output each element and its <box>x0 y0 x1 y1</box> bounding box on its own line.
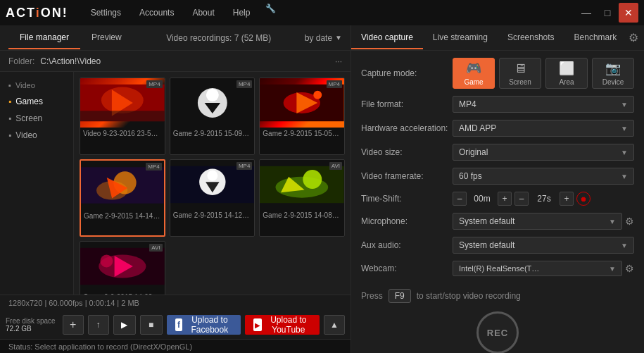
file-format-arrow-icon: ▼ <box>615 101 628 109</box>
video-thumb-4[interactable]: MP4 Game 2-9-2015 14-14-47.mp4 <box>80 159 165 237</box>
video-thumb-7[interactable]: AVI Game 2-9-2015 14-02-22.avi <box>80 241 165 295</box>
scroll-up-button[interactable]: ▲ <box>324 315 345 335</box>
timeshift-plus-1[interactable]: + <box>498 192 512 206</box>
capture-screen-button[interactable]: 🖥 Screen <box>499 58 541 89</box>
microphone-dropdown[interactable]: System default ▼ <box>453 213 622 230</box>
video-thumb-3[interactable]: MP4 Game 2-9-2015 15-05-50.mp4 <box>259 78 345 155</box>
capture-device-button[interactable]: 📷 Device <box>592 58 634 89</box>
framerate-label: Video framerate: <box>361 171 453 181</box>
capture-mode-buttons: 🎮 Game 🖥 Screen ⬜ Area 📷 Device <box>453 58 634 89</box>
stop-button[interactable]: ■ <box>140 315 163 335</box>
video-thumb-2[interactable]: MP4 Game 2-9-2015 15-09-02.mp4 <box>170 78 255 155</box>
nav-about[interactable]: About <box>184 4 222 22</box>
microphone-controls: System default ▼ ⚙ <box>453 213 634 230</box>
window-controls: — □ ✕ <box>576 3 638 23</box>
aux-dropdown[interactable]: System default ▼ <box>453 237 634 254</box>
sidebar-item-games[interactable]: ▪ Games <box>0 93 73 110</box>
nav-settings[interactable]: Settings <box>82 4 130 22</box>
youtube-icon: ▶ <box>253 318 261 331</box>
video-thumb-5[interactable]: MP4 Game 2-9-2015 14-12-33.mp4 <box>170 159 255 237</box>
video-size-dropdown[interactable]: Original ▼ <box>453 144 634 161</box>
file-format-row: File format: MP4 ▼ <box>361 96 634 113</box>
upload-youtube-button[interactable]: ▶ Upload to YouTube <box>245 315 320 335</box>
microphone-settings-icon[interactable]: ⚙ <box>625 216 634 227</box>
upload-facebook-button[interactable]: f Upload to Facebook <box>167 315 241 335</box>
capture-game-button[interactable]: 🎮 Game <box>453 58 495 89</box>
timeshift-plus-2[interactable]: + <box>560 192 574 206</box>
capture-game-label: Game <box>464 78 483 86</box>
tab-live-streaming[interactable]: Live streaming <box>423 27 498 49</box>
aux-controls: System default ▼ <box>453 237 634 254</box>
aux-audio-row: Aux audio: System default ▼ <box>361 237 634 254</box>
webcam-arrow-icon: ▼ <box>603 265 616 273</box>
panel-settings-icon[interactable]: ⚙ <box>629 31 638 44</box>
wrench-icon[interactable]: 🔧 <box>265 4 276 22</box>
hw-accel-dropdown[interactable]: AMD APP ▼ <box>453 120 634 137</box>
right-panel: Video capture Live streaming Screenshots… <box>351 25 644 353</box>
maximize-button[interactable]: □ <box>598 3 617 23</box>
timeshift-label: Time-Shift: <box>361 194 453 204</box>
upload-folder-button[interactable]: ↑ <box>88 315 109 335</box>
video-badge-6: AVI <box>329 162 342 170</box>
tab-preview[interactable]: Preview <box>80 27 133 49</box>
tab-benchmark[interactable]: Benchmark <box>564 27 627 49</box>
play-button[interactable]: ▶ <box>113 315 136 335</box>
capture-device-label: Device <box>602 78 624 86</box>
video-badge-3: MP4 <box>327 80 342 88</box>
microphone-arrow-icon: ▼ <box>603 218 616 225</box>
nav-help[interactable]: Help <box>225 4 259 22</box>
nav-accounts[interactable]: Accounts <box>131 4 182 22</box>
area-capture-icon: ⬜ <box>559 61 574 76</box>
timeshift-minus-2[interactable]: – <box>514 192 529 206</box>
framerate-row: Video framerate: 60 fps ▼ <box>361 168 634 185</box>
press-label: Press <box>361 291 383 301</box>
minimize-button[interactable]: — <box>576 3 596 23</box>
hw-accel-row: Hardware acceleration: AMD APP ▼ <box>361 120 634 137</box>
sidebar-item-video[interactable]: ▪ Video <box>0 127 73 144</box>
video-thumb-1[interactable]: MP4 Video 9-23-2016 23-54-56.mp4 <box>80 78 165 155</box>
tab-video-capture[interactable]: Video capture <box>351 27 423 49</box>
framerate-arrow-icon: ▼ <box>615 173 628 180</box>
rec-button[interactable]: REC <box>476 311 519 353</box>
close-button[interactable]: ✕ <box>619 3 638 23</box>
file-format-dropdown[interactable]: MP4 ▼ <box>453 96 634 113</box>
framerate-dropdown[interactable]: 60 fps ▼ <box>453 168 634 185</box>
screen-capture-icon: 🖥 <box>514 61 526 76</box>
video-size-row: Video size: Original ▼ <box>361 144 634 161</box>
sidebar-item-screen[interactable]: ▪ Screen <box>0 110 73 127</box>
bottom-bar: 1280x720 | 60.000fps | 0:00:14 | 2 MB Fr… <box>0 295 351 339</box>
capture-screen-label: Screen <box>509 78 531 86</box>
hw-accel-value: AMD APP <box>459 123 496 133</box>
timeshift-record-button[interactable]: ⏺ <box>576 192 591 206</box>
tab-file-manager[interactable]: File manager <box>8 27 80 49</box>
video-badge-4: MP4 <box>146 163 161 171</box>
tab-screenshots[interactable]: Screenshots <box>498 27 564 49</box>
timeshift-val-2: 27s <box>531 194 557 204</box>
title-bar: ACTiON! Settings Accounts About Help 🔧 —… <box>0 0 644 25</box>
video-label-5: Game 2-9-2015 14-12-33.mp4 <box>170 209 255 221</box>
webcam-controls: Intel(R) RealSense(TM) 3D Camera Vir... … <box>453 261 634 276</box>
video-thumb-6[interactable]: AVI Game 2-9-2015 14-08-31.avi <box>259 159 345 237</box>
fb-btn-label: Upload to Facebook <box>187 315 232 335</box>
tree-folder-icon: ▪ <box>8 81 11 89</box>
disk-size: 72.2 GB <box>6 325 56 333</box>
folder-options[interactable]: ··· <box>335 56 342 66</box>
framerate-value: 60 fps <box>459 171 482 181</box>
timeshift-val-1: 00m <box>469 194 495 204</box>
video-badge-2: MP4 <box>236 80 252 88</box>
video-grid: MP4 Video 9-23-2016 23-54-56.mp4 MP4 <box>74 72 351 295</box>
video-label-7: Game 2-9-2015 14-02-22.avi <box>80 291 165 295</box>
aux-arrow-icon: ▼ <box>615 242 628 249</box>
tree-video-icon: ▪ <box>8 130 11 140</box>
video-label-3: Game 2-9-2015 15-05-50.mp4 <box>260 128 344 140</box>
sort-button[interactable]: by date ▼ <box>305 33 342 43</box>
key-badge: F9 <box>389 289 411 303</box>
status-text: Status: Select application to record (Di… <box>8 342 192 351</box>
capture-area-button[interactable]: ⬜ Area <box>545 58 588 89</box>
webcam-dropdown[interactable]: Intel(R) RealSense(TM) 3D Camera Vir... … <box>453 261 622 276</box>
webcam-settings-icon[interactable]: ⚙ <box>625 263 634 274</box>
timeshift-minus-1[interactable]: – <box>453 192 467 206</box>
add-recording-button[interactable]: + <box>63 315 84 335</box>
video-label-6: Game 2-9-2015 14-08-31.avi <box>260 209 344 221</box>
svg-point-6 <box>206 89 219 101</box>
